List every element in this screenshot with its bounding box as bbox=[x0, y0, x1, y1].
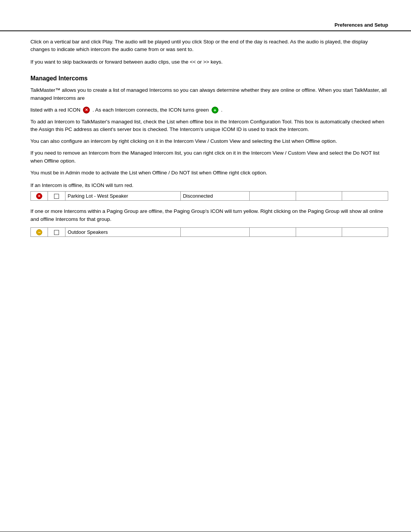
paging-group-text: If one or more Intercoms within a Paging… bbox=[30, 208, 388, 224]
intro-paragraph-1: Click on a vertical bar and click Play. … bbox=[30, 38, 388, 54]
body-paragraph-1: TalkMaster™ allows you to create a list … bbox=[30, 86, 388, 102]
listed-with-text: listed with a red ICON bbox=[30, 106, 80, 114]
table-cell-checkbox-2 bbox=[48, 227, 65, 236]
body-paragraph-3: To add an Intercom to TalkMaster's manag… bbox=[30, 118, 388, 134]
offline-label: If an Intercom is offline, its ICON will… bbox=[30, 182, 388, 188]
table-cell-col6-2 bbox=[296, 227, 342, 236]
table-cell-name-1: Parking Lot - West Speaker bbox=[65, 192, 180, 201]
checkbox-1[interactable] bbox=[54, 194, 59, 199]
red-icon-inline bbox=[83, 107, 90, 113]
table-cell-col6-1 bbox=[296, 192, 342, 201]
yellow-status-icon bbox=[36, 229, 42, 235]
checkbox-2[interactable] bbox=[54, 230, 59, 235]
table-cell-name-2: Outdoor Speakers bbox=[65, 227, 180, 236]
page-container: Preferences and Setup Click on a vertica… bbox=[0, 15, 411, 532]
table-cell-col4-2 bbox=[180, 227, 250, 236]
table-cell-icon-2 bbox=[31, 227, 48, 236]
body-paragraph-5: If you need to remove an Intercom from t… bbox=[30, 149, 388, 165]
body-paragraph-6: You must be in Admin mode to activate th… bbox=[30, 169, 388, 177]
as-each-text: . As each Intercom connects, the ICON tu… bbox=[92, 106, 209, 114]
icon-text-line: listed with a red ICON . As each Interco… bbox=[30, 106, 388, 114]
table-row-1: Parking Lot - West Speaker Disconnected bbox=[31, 192, 388, 201]
table-cell-col7-2 bbox=[342, 227, 388, 236]
intercom-table-1: Parking Lot - West Speaker Disconnected bbox=[30, 191, 388, 201]
section-title: Managed Intercoms bbox=[30, 75, 388, 82]
content-area: Click on a vertical bar and click Play. … bbox=[0, 15, 411, 267]
period-text: . bbox=[221, 106, 223, 114]
table-cell-checkbox-1 bbox=[48, 192, 65, 201]
top-border bbox=[0, 30, 411, 31]
green-icon-inline bbox=[212, 107, 218, 113]
intro-paragraph-2: If you want to skip backwards or forward… bbox=[30, 58, 388, 66]
table-cell-col7-1 bbox=[342, 192, 388, 201]
body-paragraph-4: You can also configure an intercom by ri… bbox=[30, 137, 388, 145]
table-cell-icon-1 bbox=[31, 192, 48, 201]
intercom-table-2: Outdoor Speakers bbox=[30, 227, 388, 237]
table-cell-status-1: Disconnected bbox=[180, 192, 250, 201]
table-cell-col5-2 bbox=[250, 227, 296, 236]
header-title: Preferences and Setup bbox=[335, 22, 388, 28]
table-row-2: Outdoor Speakers bbox=[31, 227, 388, 236]
table-cell-col5-1 bbox=[250, 192, 296, 201]
red-status-icon bbox=[36, 193, 42, 199]
